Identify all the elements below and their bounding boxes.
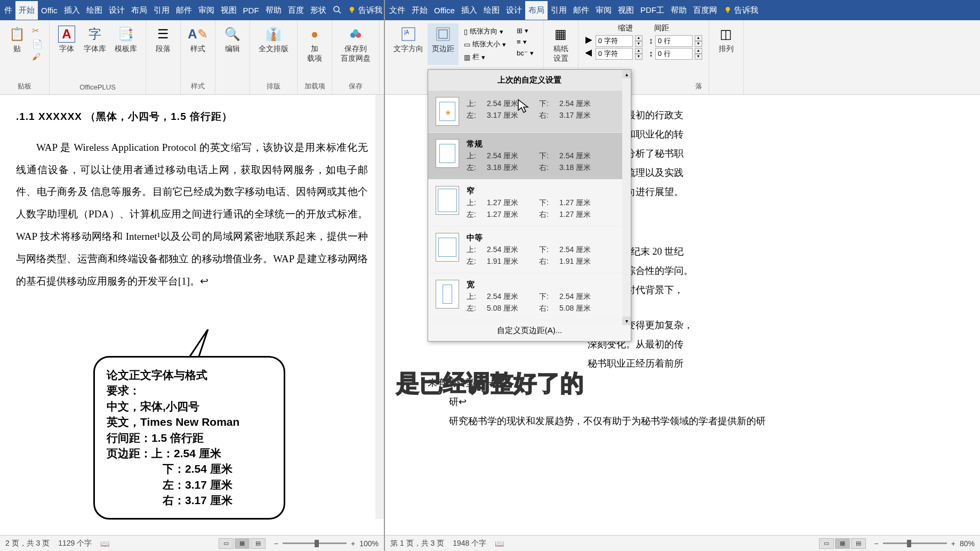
- zoom-out-r[interactable]: −: [874, 539, 879, 548]
- format-painter-icon[interactable]: 🖌: [32, 52, 43, 62]
- menu-file[interactable]: 件: [1, 1, 15, 20]
- edit-button[interactable]: 🔍 编辑: [220, 23, 245, 55]
- spellcheck-icon[interactable]: 📖: [100, 539, 109, 548]
- print-view-r[interactable]: ▦: [835, 538, 850, 549]
- line-numbers-button[interactable]: ≡ ▾: [513, 37, 537, 47]
- menu-home[interactable]: 开始: [15, 1, 38, 20]
- fulltext-button[interactable]: 👔 全文排版: [254, 23, 293, 55]
- orientation-button[interactable]: ▯纸张方向 ▾: [461, 26, 509, 37]
- addon-button[interactable]: ● 加 载项: [302, 23, 327, 65]
- menu-references[interactable]: 引用: [150, 1, 173, 20]
- menu-insert[interactable]: 插入: [61, 1, 83, 20]
- spellcheck-icon-r[interactable]: 📖: [495, 539, 504, 548]
- indent-left-input[interactable]: [596, 35, 633, 47]
- word-count[interactable]: 1129 个字: [58, 539, 92, 548]
- margins-preset-常规[interactable]: 常规 上:2.54 厘米 下:2.54 厘米 左:3.18 厘米 右:3.18 …: [428, 133, 631, 180]
- menu-design[interactable]: 设计: [106, 1, 128, 20]
- zoom-in-r[interactable]: +: [951, 539, 955, 548]
- menu-office-r[interactable]: Office: [431, 2, 458, 19]
- svg-point-6: [353, 29, 358, 35]
- spacing-before-spinner[interactable]: ▲▼: [695, 35, 702, 47]
- menu-help[interactable]: 帮助: [262, 1, 285, 20]
- spacing-before-input[interactable]: [655, 35, 693, 47]
- read-view-r[interactable]: ▭: [819, 538, 834, 549]
- paste-button[interactable]: 📋 贴: [4, 23, 30, 64]
- cut-icon[interactable]: ✂: [32, 26, 43, 36]
- menu-office[interactable]: Offic: [38, 2, 61, 19]
- menu-insert-r[interactable]: 插入: [458, 1, 480, 20]
- manuscript-button[interactable]: ▦ 稿纸 设置: [548, 23, 574, 65]
- menu-file-r[interactable]: 文件: [386, 1, 408, 20]
- zoom-in[interactable]: +: [351, 539, 355, 548]
- zoom-level-r[interactable]: 80%: [960, 539, 975, 548]
- text-fragment: 展趋势，分析了秘书职: [588, 144, 969, 163]
- menu-pdf[interactable]: PDF: [240, 2, 262, 19]
- margins-button[interactable]: 页边距: [428, 23, 459, 65]
- template-button[interactable]: 📑 模板库: [110, 23, 141, 55]
- menu-shape[interactable]: 形状: [307, 1, 330, 20]
- menu-review-r[interactable]: 审阅: [592, 1, 615, 20]
- zoom-slider[interactable]: [283, 542, 347, 544]
- top-label: 上:: [467, 99, 483, 109]
- zoom-out[interactable]: −: [274, 539, 278, 548]
- preset-preview-icon: [436, 139, 459, 168]
- web-view[interactable]: ▤: [251, 538, 266, 549]
- document-area-left[interactable]: .1.1 XXXXXX （黑体，小四号，1.5 倍行距） WAP 是 Wirel…: [0, 95, 384, 535]
- menu-search[interactable]: [330, 1, 344, 20]
- indent-left-spinner[interactable]: ▲▼: [635, 35, 642, 47]
- page-indicator[interactable]: 2 页，共 3 页: [5, 539, 50, 548]
- indent-right-spinner[interactable]: ▲▼: [635, 48, 642, 60]
- paste-label: 贴: [13, 44, 21, 53]
- scroll-down[interactable]: ▾: [622, 317, 631, 325]
- margins-preset-宽[interactable]: 宽 上:2.54 厘米 下:2.54 厘米 左:5.08 厘米 右:5.08 厘…: [428, 273, 631, 320]
- margins-preset-中等[interactable]: 中等 上:2.54 厘米 下:2.54 厘米 左:1.91 厘米 右:1.91 …: [428, 226, 631, 273]
- spacing-before-icon: ↕: [649, 36, 653, 46]
- tell-me-r[interactable]: 告诉我: [720, 1, 761, 20]
- menu-draw[interactable]: 绘图: [83, 1, 106, 20]
- menu-draw-r[interactable]: 绘图: [480, 1, 503, 20]
- save-baidu-button[interactable]: 保存到 百度网盘: [336, 23, 375, 65]
- print-view[interactable]: ▦: [235, 538, 250, 549]
- web-view-r[interactable]: ▤: [851, 538, 866, 549]
- spacing-after-input[interactable]: [655, 48, 693, 60]
- menu-view[interactable]: 视图: [218, 1, 240, 20]
- style-button[interactable]: A✎ 样式: [185, 23, 211, 55]
- menu-references-r[interactable]: 引用: [548, 1, 570, 20]
- tell-me[interactable]: 告诉我: [344, 1, 385, 20]
- menu-home-r[interactable]: 开始: [408, 1, 431, 20]
- breaks-button[interactable]: ⊞ ▾: [513, 26, 537, 36]
- font-lib-button[interactable]: 字 字体库: [79, 23, 110, 55]
- menu-design-r[interactable]: 设计: [503, 1, 525, 20]
- menu-view-r[interactable]: 视图: [615, 1, 637, 20]
- copy-icon[interactable]: 📄: [32, 39, 43, 49]
- paragraph-icon: ☰: [155, 26, 172, 43]
- menu-pdf-r[interactable]: PDF工: [637, 1, 668, 20]
- vertical-scrollbar-left[interactable]: [375, 95, 384, 519]
- zoom-level[interactable]: 100%: [359, 539, 379, 548]
- hyphenation-button[interactable]: bc⁻ ▾: [513, 48, 537, 58]
- menu-review[interactable]: 审阅: [195, 1, 218, 20]
- size-button[interactable]: ▭纸张大小 ▾: [461, 38, 509, 50]
- custom-margins-option[interactable]: 自定义页边距(A)...: [428, 320, 631, 341]
- indent-right-input[interactable]: [596, 48, 633, 60]
- menu-layout[interactable]: 布局: [128, 1, 150, 20]
- menu-mail[interactable]: 邮件: [173, 1, 195, 20]
- text-direction-button[interactable]: |A 文字方向: [389, 23, 428, 65]
- menu-layout-r[interactable]: 布局: [525, 1, 548, 20]
- dropdown-scrollbar[interactable]: ▴ ▾: [622, 70, 631, 325]
- menu-baidu[interactable]: 百度: [285, 1, 307, 20]
- read-view[interactable]: ▭: [219, 538, 234, 549]
- menu-help-r[interactable]: 帮助: [668, 1, 690, 20]
- margins-preset-窄[interactable]: 窄 上:1.27 厘米 下:1.27 厘米 左:1.27 厘米 右:1.27 厘…: [428, 180, 631, 226]
- scroll-up[interactable]: ▴: [622, 70, 631, 78]
- font-button[interactable]: A 字体: [54, 23, 79, 55]
- paragraph-button[interactable]: ☰ 段落: [150, 23, 176, 55]
- spacing-after-spinner[interactable]: ▲▼: [695, 48, 702, 60]
- word-count-r[interactable]: 1948 个字: [453, 539, 486, 548]
- zoom-slider-r[interactable]: [883, 542, 947, 544]
- page-indicator-r[interactable]: 第 1 页，共 3 页: [390, 539, 444, 548]
- menu-baidu-r[interactable]: 百度网: [690, 1, 720, 20]
- menu-mail-r[interactable]: 邮件: [570, 1, 592, 20]
- columns-button[interactable]: ▥栏 ▾: [461, 51, 509, 63]
- arrange-button[interactable]: ◫ 排列: [713, 23, 739, 55]
